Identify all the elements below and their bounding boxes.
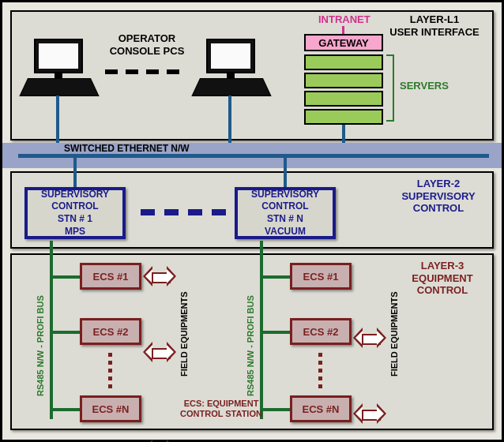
console-label: OPERATOR CONSOLE PCS <box>103 32 190 57</box>
layer3-title: LAYER-3 EQUIPMENT CONTROL <box>399 260 486 297</box>
computer-icon <box>200 39 261 94</box>
bus-label: RS485 N/W - PROFI BUS <box>36 271 45 421</box>
server-slab <box>304 54 383 70</box>
vert-ellipsis <box>108 353 112 388</box>
intranet-line <box>342 26 344 34</box>
layer2-title: LAYER-2 SUPERVISORY CONTROL <box>391 178 486 215</box>
ecs-box-2b: ECS #2 <box>290 318 352 345</box>
ecs-box-1a: ECS #1 <box>80 263 141 290</box>
stub <box>263 331 290 334</box>
vert-ellipsis <box>318 353 322 388</box>
net-drop <box>73 158 77 188</box>
servers-label: SERVERS <box>400 80 449 92</box>
stub <box>53 408 80 411</box>
stub <box>263 408 290 411</box>
ecs-box-Na: ECS #N <box>80 395 141 422</box>
ecs-box-Nb: ECS #N <box>290 395 352 422</box>
server-slab <box>304 109 383 125</box>
double-arrow-icon <box>146 266 173 287</box>
server-slab <box>304 73 383 88</box>
supervisory-station-1: SUPERVISORY CONTROL STN # 1 MPS <box>24 187 126 239</box>
ecs-box-1b: ECS #1 <box>290 263 352 290</box>
stub <box>53 331 80 334</box>
ecs-box-2a: ECS #2 <box>80 318 141 345</box>
supN-label: SUPERVISORY CONTROL STN # N VACUUM <box>251 189 319 238</box>
field-equipments-label: FIELD EQUIPMENTS <box>179 279 189 389</box>
architecture-diagram: LAYER-L1 USER INTERFACE OPERATOR CONSOLE… <box>0 0 504 442</box>
ethernet-label: SWITCHED ETHERNET N/W <box>64 143 190 154</box>
sup1-label: SUPERVISORY CONTROL STN # 1 MPS <box>41 189 109 238</box>
double-arrow-icon <box>356 403 383 424</box>
ethernet-rail <box>18 154 489 158</box>
gateway-box: GATEWAY <box>304 34 383 51</box>
supervisory-station-n: SUPERVISORY CONTROL STN # N VACUUM <box>235 187 336 239</box>
double-arrow-icon <box>146 342 173 362</box>
stub <box>53 275 80 279</box>
computer-icon <box>28 39 89 94</box>
intranet-label: INTRANET <box>318 13 370 26</box>
layer1-title: LAYER-L1 USER INTERFACE <box>383 13 486 38</box>
ellipsis-dashes-blue <box>141 209 226 215</box>
profibus-line <box>50 241 53 419</box>
server-stack <box>304 54 383 125</box>
server-bracket <box>386 54 394 122</box>
ellipsis-dashes <box>105 69 179 74</box>
stub <box>263 275 290 279</box>
double-arrow-icon <box>356 328 383 348</box>
net-drop <box>284 158 287 188</box>
profibus-line <box>260 241 263 419</box>
field-equipments-label: FIELD EQUIPMENTS <box>389 279 399 389</box>
ecs-legend: ECS: EQUIPMENT CONTROL STATION <box>178 399 265 419</box>
server-slab <box>304 91 383 107</box>
